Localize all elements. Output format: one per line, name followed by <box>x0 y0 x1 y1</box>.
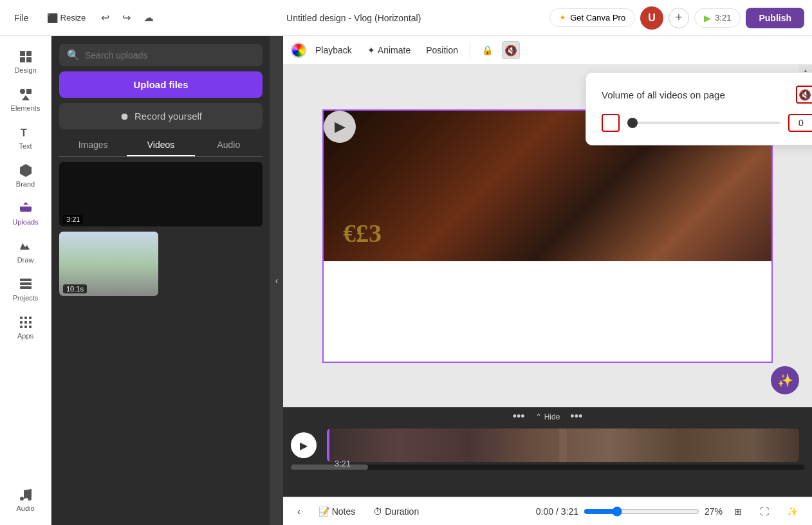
timeline-header-row: ••• ⌃ Hide ••• <box>283 407 812 426</box>
grid-view-button[interactable]: ⊞ <box>728 502 748 520</box>
brand-label: Brand <box>16 180 35 188</box>
hide-label: Hide <box>544 412 560 421</box>
timeline-dots-button[interactable]: ••• <box>513 410 525 423</box>
timeline-dots-button-2[interactable]: ••• <box>570 410 582 423</box>
timeline-strip <box>327 428 799 462</box>
undo-button[interactable]: ↩ <box>97 8 113 28</box>
notes-button[interactable]: 📝 Notes <box>312 502 362 520</box>
audio-icon <box>18 487 33 502</box>
tab-images[interactable]: Images <box>59 134 127 156</box>
animate-icon: ✦ <box>367 45 375 55</box>
resize-icon: ⬛ <box>47 13 58 23</box>
mute-button[interactable]: 🔇 <box>502 41 520 59</box>
color-swatch[interactable] <box>291 42 306 58</box>
playback-button[interactable]: Playback <box>309 41 358 59</box>
tab-videos[interactable]: Videos <box>127 134 194 156</box>
timeline-play-icon: ▶ <box>300 439 308 452</box>
timeline-scrollbar-thumb[interactable] <box>291 465 368 470</box>
hide-panel-button[interactable]: ‹ <box>270 36 283 525</box>
sidebar-item-text[interactable]: T Text <box>3 120 48 155</box>
cloud-save-button[interactable]: ☁ <box>140 8 158 28</box>
zoom-slider[interactable] <box>584 506 699 517</box>
search-box[interactable]: 🔍 <box>59 44 263 66</box>
topbar-center: Untitled design - Vlog (Horizontal) <box>163 13 544 23</box>
search-input[interactable] <box>85 50 255 60</box>
canvas-bottom-area <box>324 261 771 362</box>
timeline-area: ▶ 3:21 <box>283 426 812 497</box>
sidebar-item-audio[interactable]: Audio <box>3 482 48 517</box>
svg-rect-11 <box>20 317 23 319</box>
sidebar-item-draw[interactable]: Draw <box>3 234 48 269</box>
timecode-display: 0:00 / 3:21 <box>536 506 578 517</box>
svg-rect-15 <box>24 321 27 324</box>
timeline-scrollbar-track <box>291 465 804 470</box>
topbar-right: ✦ Get Canva Pro U + ▶ 3:21 Publish <box>549 6 804 30</box>
timeline-controls: ▶ 3:21 <box>283 426 812 465</box>
svg-rect-18 <box>24 326 27 328</box>
svg-point-4 <box>20 89 25 94</box>
svg-marker-6 <box>22 95 30 100</box>
svg-rect-1 <box>26 51 32 56</box>
canva-pro-button[interactable]: ✦ Get Canva Pro <box>549 8 635 27</box>
sidebar-item-design[interactable]: Design <box>3 44 48 79</box>
svg-rect-10 <box>20 286 32 289</box>
zoom-percentage: 27% <box>705 506 723 517</box>
redo-button[interactable]: ↪ <box>118 8 134 28</box>
play-icon-overlay: ▶ <box>335 118 346 135</box>
canva-pro-label: Get Canva Pro <box>570 13 625 23</box>
publish-button[interactable]: Publish <box>746 8 804 28</box>
position-button[interactable]: Position <box>420 41 465 59</box>
magic-button[interactable]: ✨ <box>771 366 799 394</box>
elements-icon <box>18 87 33 102</box>
volume-mute-button[interactable]: 🔇 <box>796 86 812 104</box>
play-overlay[interactable]: ▶ <box>324 111 356 143</box>
canvas-area: Playback ✦ Animate Position 🔒 🔇 Volume o… <box>283 36 812 525</box>
svg-rect-9 <box>20 282 32 285</box>
preview-timer-button[interactable]: ▶ 3:21 <box>694 8 741 28</box>
hide-left-panel-button[interactable]: ‹ <box>291 502 307 520</box>
file-button[interactable]: File <box>8 9 35 27</box>
video-thumb-dark-1 <box>59 162 263 226</box>
record-yourself-button[interactable]: ⏺ Record yourself <box>59 103 263 129</box>
tab-audio[interactable]: Audio <box>195 134 263 156</box>
notes-label: Notes <box>332 506 356 517</box>
volume-popup: Volume of all videos on page 🔇 0 <box>586 72 812 145</box>
toolbar-divider <box>470 42 470 58</box>
svg-text:T: T <box>21 127 27 138</box>
lock-button[interactable]: 🔒 <box>475 41 499 59</box>
duration-button[interactable]: ⏱ Duration <box>367 502 425 520</box>
video-thumb-1[interactable]: 3:21 <box>59 162 263 226</box>
text-label: Text <box>19 142 32 150</box>
svg-rect-17 <box>20 326 23 328</box>
timeline-timecode: 3:21 <box>335 459 351 468</box>
lock-icon: 🔒 <box>482 45 493 55</box>
svg-rect-12 <box>24 317 27 319</box>
add-collaborator-button[interactable]: + <box>669 8 689 28</box>
animate-button[interactable]: ✦ Animate <box>361 41 417 59</box>
magic-resize-button[interactable]: ✨ <box>780 502 804 520</box>
volume-slider[interactable] <box>627 122 780 124</box>
timeline-track[interactable] <box>327 428 799 462</box>
avatar[interactable]: U <box>640 6 663 30</box>
timeline-hide-button[interactable]: ⌃ Hide <box>535 412 560 421</box>
timeline-play-button[interactable]: ▶ <box>291 432 317 458</box>
sidebar-item-uploads[interactable]: Uploads <box>3 196 48 231</box>
sidebar-item-elements[interactable]: Elements <box>3 82 48 117</box>
sidebar-item-brand[interactable]: Brand <box>3 158 48 193</box>
timeline-playhead[interactable] <box>327 428 329 462</box>
resize-button[interactable]: ⬛ Resize <box>41 9 93 27</box>
fullscreen-button[interactable]: ⛶ <box>753 502 775 520</box>
topbar-left: File ⬛ Resize ↩ ↪ ☁ <box>8 8 158 28</box>
video-thumb-2[interactable]: 10.1s <box>59 232 158 296</box>
volume-circle-button[interactable] <box>602 114 620 132</box>
icon-bar: Design Elements T Text Brand Uploads Dra… <box>0 36 51 525</box>
volume-input[interactable]: 0 <box>788 114 812 132</box>
video-duration-2: 10.1s <box>63 284 87 293</box>
svg-rect-3 <box>26 57 32 62</box>
uploads-icon <box>18 201 33 216</box>
tabs-row: Images Videos Audio <box>59 134 263 157</box>
upload-files-button[interactable]: Upload files <box>59 71 263 98</box>
draw-label: Draw <box>17 256 34 264</box>
sidebar-item-projects[interactable]: Projects <box>3 272 48 307</box>
sidebar-item-apps[interactable]: Apps <box>3 309 48 345</box>
